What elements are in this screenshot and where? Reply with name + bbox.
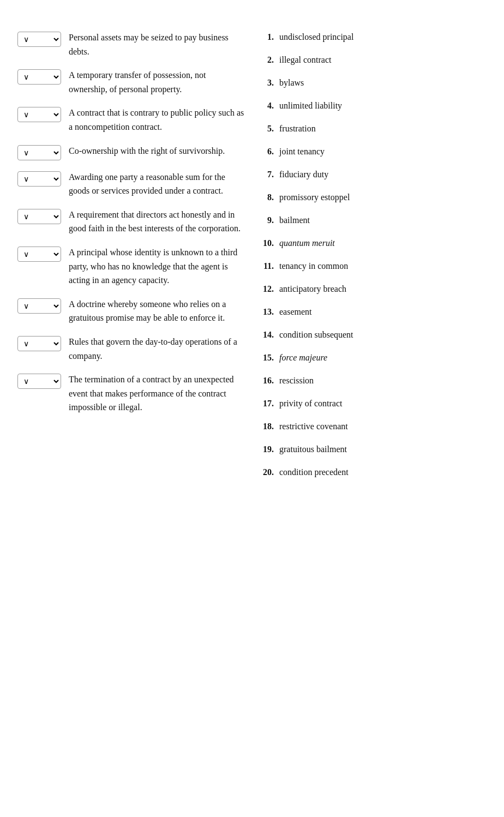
dropdown-wrap-9: ∨1234567891011121314151617181920 [17,336,61,351]
answer-item-20: 20.condition precedent [257,466,487,479]
answer-label-12: anticipatory breach [279,283,346,296]
answer-select-9[interactable]: ∨1234567891011121314151617181920 [17,336,61,351]
answer-label-9: bailment [279,214,310,227]
answer-item-15: 15.force majeure [257,351,487,364]
answer-select-2[interactable]: ∨1234567891011121314151617181920 [17,69,61,85]
match-row-2: ∨1234567891011121314151617181920A tempor… [17,68,247,96]
answer-number-5: 5. [257,124,274,134]
main-layout: ∨1234567891011121314151617181920Personal… [17,31,487,489]
answer-number-14: 14. [257,330,274,340]
answer-number-10: 10. [257,238,274,248]
right-column: 1.undisclosed principal2.illegal contrac… [247,31,487,489]
match-text-2: A temporary transfer of possession, not … [69,68,247,96]
answer-number-20: 20. [257,467,274,477]
match-row-4: ∨1234567891011121314151617181920Co-owner… [17,144,247,160]
answer-label-13: easement [279,305,312,319]
answer-select-4[interactable]: ∨1234567891011121314151617181920 [17,145,61,160]
match-row-1: ∨1234567891011121314151617181920Personal… [17,31,247,58]
answer-item-2: 2.illegal contract [257,53,487,67]
match-row-8: ∨1234567891011121314151617181920A doctri… [17,297,247,325]
answer-number-12: 12. [257,284,274,294]
answer-item-9: 9.bailment [257,214,487,227]
dropdown-wrap-6: ∨1234567891011121314151617181920 [17,209,61,224]
dropdown-wrap-8: ∨1234567891011121314151617181920 [17,298,61,314]
dropdown-wrap-1: ∨1234567891011121314151617181920 [17,32,61,47]
match-row-10: ∨1234567891011121314151617181920The term… [17,373,247,414]
answer-label-3: bylaws [279,76,304,89]
answer-item-6: 6.joint tenancy [257,145,487,158]
answer-item-4: 4.unlimited liability [257,99,487,112]
answer-label-20: condition precedent [279,466,349,479]
match-row-5: ∨1234567891011121314151617181920Awarding… [17,170,247,198]
match-text-5: Awarding one party a reasonable sum for … [69,170,247,198]
answer-number-18: 18. [257,422,274,431]
match-text-4: Co-ownership with the right of survivors… [69,144,247,158]
match-text-3: A contract that is contrary to public po… [69,106,247,134]
answer-number-6: 6. [257,147,274,157]
dropdown-wrap-7: ∨1234567891011121314151617181920 [17,247,61,262]
answer-number-2: 2. [257,55,274,65]
answer-number-17: 17. [257,399,274,408]
answer-item-16: 16.rescission [257,374,487,387]
answer-label-10: quantum meruit [279,237,335,250]
dropdown-wrap-2: ∨1234567891011121314151617181920 [17,69,61,85]
answer-item-12: 12.anticipatory breach [257,283,487,296]
answer-item-11: 11.tenancy in common [257,260,487,273]
answer-number-8: 8. [257,193,274,202]
left-column: ∨1234567891011121314151617181920Personal… [17,31,247,489]
answer-item-8: 8.promissory estoppel [257,191,487,204]
answer-label-16: rescission [279,374,314,387]
answer-number-9: 9. [257,215,274,225]
match-text-6: A requirement that directors act honestl… [69,208,247,236]
match-text-10: The termination of a contract by an unex… [69,373,247,414]
match-row-6: ∨1234567891011121314151617181920A requir… [17,208,247,236]
match-text-9: Rules that govern the day-to-day operati… [69,335,247,363]
answer-number-15: 15. [257,353,274,363]
answer-select-1[interactable]: ∨1234567891011121314151617181920 [17,32,61,47]
answer-select-6[interactable]: ∨1234567891011121314151617181920 [17,209,61,224]
match-text-7: A principal whose identity is unknown to… [69,245,247,287]
answer-label-5: frustration [279,122,316,135]
answer-label-6: joint tenancy [279,145,325,158]
match-row-7: ∨1234567891011121314151617181920A princi… [17,245,247,287]
answer-label-19: gratuitous bailment [279,443,347,456]
match-row-9: ∨1234567891011121314151617181920Rules th… [17,335,247,363]
answer-item-13: 13.easement [257,305,487,319]
answer-select-10[interactable]: ∨1234567891011121314151617181920 [17,374,61,389]
match-row-3: ∨1234567891011121314151617181920A contra… [17,106,247,134]
match-text-8: A doctrine whereby someone who relies on… [69,297,247,325]
answer-item-18: 18.restrictive covenant [257,420,487,433]
dropdown-wrap-3: ∨1234567891011121314151617181920 [17,107,61,122]
answer-item-7: 7.fiduciary duty [257,168,487,181]
answer-number-1: 1. [257,32,274,42]
answer-select-3[interactable]: ∨1234567891011121314151617181920 [17,107,61,122]
answer-label-7: fiduciary duty [279,168,328,181]
dropdown-wrap-4: ∨1234567891011121314151617181920 [17,145,61,160]
answer-select-8[interactable]: ∨1234567891011121314151617181920 [17,298,61,314]
answer-label-17: privity of contract [279,397,343,410]
answer-number-3: 3. [257,78,274,88]
match-text-1: Personal assets may be seized to pay bus… [69,31,247,58]
answer-label-4: unlimited liability [279,99,342,112]
answer-label-11: tenancy in common [279,260,348,273]
answer-number-11: 11. [257,261,274,271]
answer-select-7[interactable]: ∨1234567891011121314151617181920 [17,247,61,262]
answer-item-1: 1.undisclosed principal [257,31,487,44]
answer-item-3: 3.bylaws [257,76,487,89]
answer-label-8: promissory estoppel [279,191,350,204]
answer-number-16: 16. [257,376,274,386]
answer-number-7: 7. [257,170,274,179]
answer-number-13: 13. [257,307,274,317]
answer-label-14: condition subsequent [279,328,353,341]
answer-item-14: 14.condition subsequent [257,328,487,341]
answer-item-10: 10.quantum meruit [257,237,487,250]
answer-item-17: 17.privity of contract [257,397,487,410]
answer-number-19: 19. [257,444,274,454]
answer-item-19: 19.gratuitous bailment [257,443,487,456]
answer-label-1: undisclosed principal [279,31,353,44]
answer-select-5[interactable]: ∨1234567891011121314151617181920 [17,171,61,187]
dropdown-wrap-5: ∨1234567891011121314151617181920 [17,171,61,187]
answer-label-2: illegal contract [279,53,332,67]
answer-item-5: 5.frustration [257,122,487,135]
answer-label-18: restrictive covenant [279,420,348,433]
